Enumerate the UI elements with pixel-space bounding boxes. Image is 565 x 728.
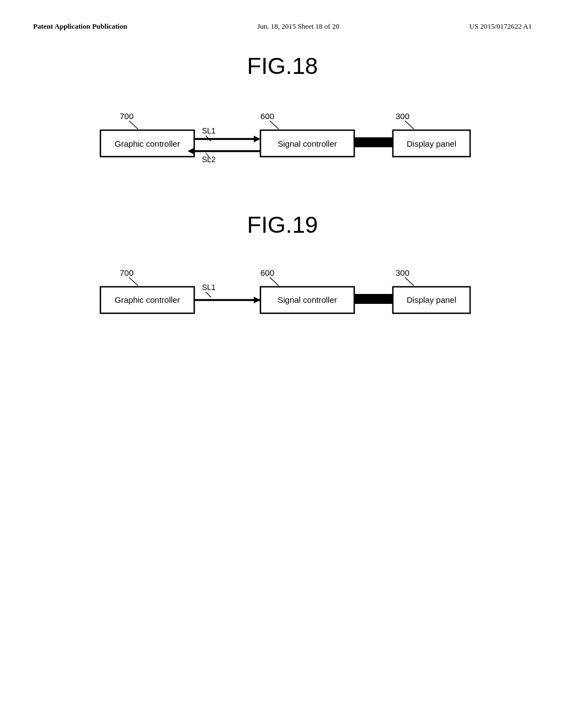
fig19-ref-600: 600 xyxy=(260,268,274,277)
patent-page: Patent Application Publication Jun. 18, … xyxy=(0,0,565,728)
fig19-graphic-controller-label: Graphic controller xyxy=(115,295,180,304)
fig18-sl1-arrow xyxy=(254,136,260,142)
fig18-ref-700: 700 xyxy=(120,111,134,121)
fig19-display-panel-label: Display panel xyxy=(407,295,456,304)
header-publication-label: Patent Application Publication xyxy=(33,22,127,31)
fig18-thick-connector xyxy=(354,137,393,147)
fig18-svg: 700 600 300 Graphic controller SL1 xyxy=(89,107,476,179)
header-date-sheet: Jun. 18, 2015 Sheet 18 of 20 xyxy=(257,22,339,31)
fig19-title: FIG.19 xyxy=(33,212,532,238)
fig18-display-panel-label: Display panel xyxy=(407,139,456,148)
svg-line-5 xyxy=(129,277,138,286)
fig18-sl2-label: SL2 xyxy=(202,155,216,164)
fig18-ref-300: 300 xyxy=(396,111,409,121)
fig19-sl1-label: SL1 xyxy=(202,283,216,292)
fig18-signal-controller-label: Signal controller xyxy=(278,139,337,148)
header-patent-number: US 2015/0172622 A1 xyxy=(470,22,532,31)
fig19-signal-controller-label: Signal controller xyxy=(278,295,337,304)
fig18-title: FIG.18 xyxy=(33,53,532,79)
svg-line-8 xyxy=(206,292,211,297)
fig18-sl1-label: SL1 xyxy=(202,126,216,135)
svg-line-6 xyxy=(270,277,279,286)
fig18-graphic-controller-label: Graphic controller xyxy=(115,139,180,148)
fig19-diagram-container: 700 600 300 Graphic controller SL1 Signa… xyxy=(33,266,532,326)
fig18-ref-600: 600 xyxy=(260,111,274,121)
fig19-ref-300: 300 xyxy=(396,268,409,277)
fig19-svg: 700 600 300 Graphic controller SL1 Signa… xyxy=(89,266,476,326)
svg-line-2 xyxy=(405,121,414,129)
fig19-ref-700: 700 xyxy=(120,268,134,277)
svg-line-7 xyxy=(405,277,414,286)
page-header: Patent Application Publication Jun. 18, … xyxy=(33,22,532,31)
svg-line-0 xyxy=(129,121,138,129)
fig19-sl1-arrow xyxy=(254,297,260,303)
svg-line-1 xyxy=(270,121,279,129)
fig19-thick-connector xyxy=(354,294,393,304)
fig18-diagram-container: 700 600 300 Graphic controller SL1 xyxy=(33,107,532,179)
